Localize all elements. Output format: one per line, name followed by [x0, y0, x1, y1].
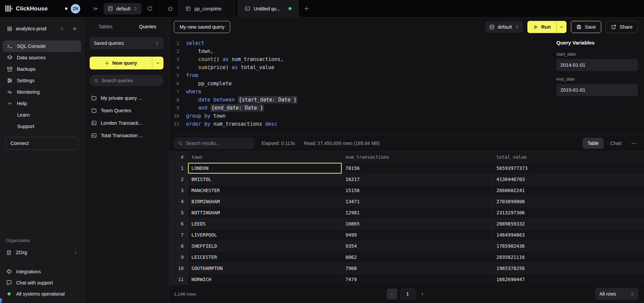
- sidebar-footer-integrations[interactable]: Integrations: [0, 267, 84, 277]
- end-date-input[interactable]: [556, 84, 638, 96]
- collapse-sidebar-button[interactable]: [90, 3, 101, 14]
- table-cell[interactable]: 56593977373: [493, 163, 644, 174]
- saved-query-london-transacti[interactable]: London Transacti...: [90, 118, 163, 128]
- new-tab-button[interactable]: [301, 3, 312, 14]
- sidebar-item-data-sources[interactable]: Data sources: [3, 52, 81, 63]
- table-cell[interactable]: 16217: [342, 174, 493, 185]
- sidebar-item-support[interactable]: Support: [3, 121, 81, 132]
- table-cell[interactable]: 9499: [342, 230, 493, 240]
- table-cell[interactable]: 1464994863: [493, 230, 644, 240]
- more-options-button[interactable]: [628, 138, 639, 149]
- workspace-selector[interactable]: analytics-prod: [4, 22, 67, 35]
- row-index-cell[interactable]: 6: [169, 218, 188, 229]
- start-date-input[interactable]: [556, 59, 638, 71]
- table-cell[interactable]: SHEFFIELD: [188, 241, 342, 251]
- previous-page-button[interactable]: [387, 289, 397, 299]
- code-line[interactable]: pp_complete: [186, 80, 550, 88]
- sql-editor[interactable]: 1234567891011 select town, count() as nu…: [169, 36, 550, 135]
- table-cell[interactable]: 15156: [342, 185, 493, 196]
- new-query-menu-button[interactable]: [152, 57, 163, 69]
- code-line[interactable]: and {end_date: Date }: [186, 104, 550, 112]
- table-cell[interactable]: 2089859332: [493, 218, 644, 229]
- code-line[interactable]: order by num_transactions desc: [186, 120, 550, 128]
- table-cell[interactable]: 12981: [342, 207, 493, 218]
- code-line[interactable]: select: [186, 39, 550, 47]
- row-index-cell[interactable]: 10: [169, 263, 188, 274]
- table-cell[interactable]: BIRMINGHAM: [188, 196, 342, 207]
- save-button[interactable]: Save: [571, 21, 601, 33]
- sidebar-item-sql-console[interactable]: SQL Console: [3, 40, 81, 52]
- view-table-button[interactable]: Table: [583, 138, 603, 149]
- table-cell[interactable]: 4136446703: [493, 174, 644, 185]
- table-cell[interactable]: 10865: [342, 218, 493, 229]
- saved-query-tab[interactable]: My new saved query: [174, 21, 230, 33]
- search-results-input[interactable]: [186, 141, 250, 146]
- table-cell[interactable]: LONDON: [188, 163, 342, 174]
- table-cell[interactable]: 2313297306: [493, 207, 644, 218]
- table-cell[interactable]: 1965378256: [493, 263, 644, 274]
- table-cell[interactable]: 1662690447: [493, 274, 644, 285]
- table-cell[interactable]: 2035821116: [493, 252, 644, 263]
- row-index-cell[interactable]: 3: [169, 185, 188, 196]
- saved-query-total-transaction[interactable]: Total Transaction ...: [90, 130, 163, 141]
- next-page-button[interactable]: [418, 289, 427, 299]
- connect-button[interactable]: Connect: [5, 137, 79, 150]
- code-line[interactable]: where: [186, 88, 550, 96]
- run-main[interactable]: Run: [527, 21, 556, 33]
- row-index-cell[interactable]: 9: [169, 252, 188, 263]
- new-query-button[interactable]: New query: [90, 57, 163, 69]
- editor-code[interactable]: select town, count() as num_transactions…: [183, 39, 550, 135]
- table-cell[interactable]: LEEDS: [188, 218, 342, 229]
- tab-pp-complete[interactable]: pp_complete: [178, 0, 235, 18]
- column-header-num-transactions[interactable]: num_transactions: [342, 152, 493, 162]
- view-chart-button[interactable]: Chart: [606, 138, 626, 149]
- tab-tables[interactable]: Tables: [84, 24, 127, 29]
- row-index-cell[interactable]: 11: [169, 274, 188, 285]
- table-cell[interactable]: 2660602241: [493, 185, 644, 196]
- saved-query-my-private-query[interactable]: My private query ...: [90, 93, 163, 103]
- code-line[interactable]: group by town: [186, 112, 550, 120]
- sidebar-item-monitoring[interactable]: Monitoring: [3, 86, 81, 98]
- row-index-cell[interactable]: 4: [169, 196, 188, 207]
- sidebar-item-learn[interactable]: Learn: [3, 109, 81, 121]
- refresh-button[interactable]: [144, 3, 155, 14]
- tab-queries[interactable]: Queries: [127, 24, 169, 29]
- table-cell[interactable]: 7479: [342, 274, 493, 285]
- table-cell[interactable]: NORWICH: [188, 274, 342, 285]
- organization-selector[interactable]: ZOrg: [0, 246, 84, 259]
- table-cell[interactable]: MANCHESTER: [188, 185, 342, 196]
- row-index-cell[interactable]: 8: [169, 241, 188, 251]
- row-index-cell[interactable]: 2: [169, 174, 188, 185]
- share-button[interactable]: Share: [606, 21, 638, 33]
- code-line[interactable]: sum(price) as total_value: [186, 63, 550, 71]
- new-query-main[interactable]: New query: [90, 57, 152, 69]
- code-line[interactable]: town,: [186, 47, 550, 55]
- sidebar-item-help[interactable]: Help: [3, 98, 81, 109]
- table-cell[interactable]: BRISTOL: [188, 174, 342, 185]
- user-avatar[interactable]: ZN: [71, 4, 80, 13]
- table-cell[interactable]: 1765902436: [493, 241, 644, 251]
- toolbar-database-selector[interactable]: default: [485, 21, 523, 33]
- topbar-database-selector[interactable]: default: [104, 3, 142, 14]
- row-index-cell[interactable]: 5: [169, 207, 188, 218]
- table-cell[interactable]: 2703899808: [493, 196, 644, 207]
- column-header-town[interactable]: town: [188, 152, 342, 162]
- table-cell[interactable]: 9354: [342, 241, 493, 251]
- code-line[interactable]: date between {start_date: Date }: [186, 96, 550, 104]
- column-header-total-value[interactable]: total_value: [493, 152, 644, 162]
- add-service-button[interactable]: [69, 23, 80, 34]
- current-page-indicator[interactable]: 1: [400, 289, 415, 299]
- sidebar-footer-all-systems-operational[interactable]: All systems operational: [0, 289, 84, 299]
- search-queries-input[interactable]: [101, 78, 159, 83]
- run-button[interactable]: Run: [527, 21, 566, 33]
- sidebar-item-settings[interactable]: Settings: [3, 75, 81, 86]
- row-index-cell[interactable]: 1: [169, 163, 188, 174]
- saved-query-team-queries[interactable]: Team Queries: [90, 105, 163, 116]
- table-cell[interactable]: 7908: [342, 263, 493, 274]
- table-cell[interactable]: SOUTHAMPTON: [188, 263, 342, 274]
- home-button[interactable]: [165, 3, 176, 14]
- run-options-button[interactable]: [556, 21, 566, 33]
- table-cell[interactable]: NOTTINGHAM: [188, 207, 342, 218]
- page-size-select[interactable]: All rows: [595, 288, 639, 300]
- table-cell[interactable]: 8862: [342, 252, 493, 263]
